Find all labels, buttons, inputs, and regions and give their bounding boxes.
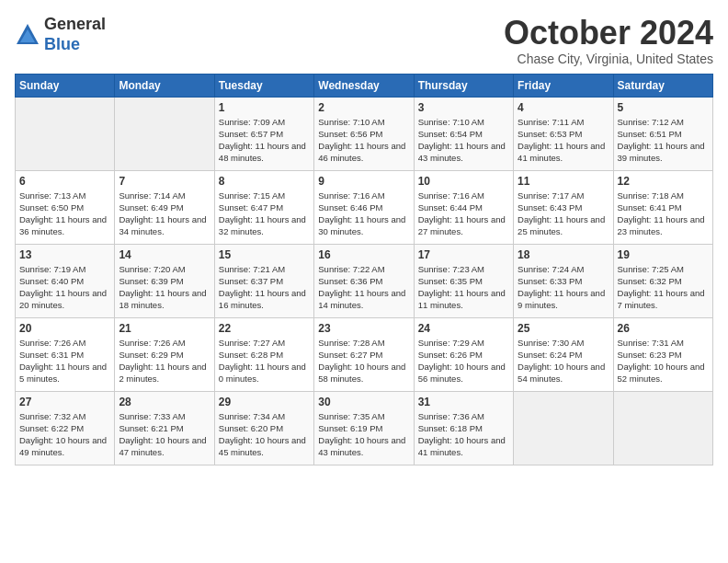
calendar-cell: 19Sunrise: 7:25 AM Sunset: 6:32 PM Dayli… (613, 244, 712, 317)
calendar-table: SundayMondayTuesdayWednesdayThursdayFrid… (15, 74, 713, 465)
calendar-week-row: 13Sunrise: 7:19 AM Sunset: 6:40 PM Dayli… (16, 244, 713, 317)
day-info: Sunrise: 7:18 AM Sunset: 6:41 PM Dayligh… (618, 190, 709, 238)
day-info: Sunrise: 7:26 AM Sunset: 6:29 PM Dayligh… (119, 337, 210, 385)
calendar-cell: 23Sunrise: 7:28 AM Sunset: 6:27 PM Dayli… (314, 317, 414, 391)
calendar-cell: 20Sunrise: 7:26 AM Sunset: 6:31 PM Dayli… (16, 317, 115, 391)
calendar-cell (613, 391, 712, 465)
day-info: Sunrise: 7:13 AM Sunset: 6:50 PM Dayligh… (19, 190, 110, 238)
day-number: 16 (318, 248, 409, 261)
day-info: Sunrise: 7:36 AM Sunset: 6:18 PM Dayligh… (418, 410, 509, 459)
day-number: 22 (219, 322, 310, 335)
day-info: Sunrise: 7:21 AM Sunset: 6:37 PM Dayligh… (219, 263, 310, 312)
day-info: Sunrise: 7:14 AM Sunset: 6:49 PM Dayligh… (119, 190, 210, 238)
day-number: 27 (19, 396, 110, 408)
day-info: Sunrise: 7:23 AM Sunset: 6:35 PM Dayligh… (418, 263, 509, 312)
day-number: 4 (518, 101, 609, 114)
weekday-header: Thursday (414, 74, 513, 97)
logo: General Blue (15, 15, 106, 54)
calendar-cell: 25Sunrise: 7:30 AM Sunset: 6:24 PM Dayli… (514, 317, 613, 391)
day-info: Sunrise: 7:10 AM Sunset: 6:54 PM Dayligh… (418, 116, 509, 165)
day-number: 10 (418, 175, 509, 188)
calendar-cell: 3Sunrise: 7:10 AM Sunset: 6:54 PM Daylig… (414, 97, 513, 170)
calendar-week-row: 1Sunrise: 7:09 AM Sunset: 6:57 PM Daylig… (16, 97, 713, 170)
day-info: Sunrise: 7:19 AM Sunset: 6:40 PM Dayligh… (19, 263, 110, 312)
day-info: Sunrise: 7:11 AM Sunset: 6:53 PM Dayligh… (518, 116, 609, 165)
logo-general: General (44, 15, 106, 35)
weekday-header-row: SundayMondayTuesdayWednesdayThursdayFrid… (16, 74, 713, 97)
title-block: October 2024 Chase City, Virginia, Unite… (504, 15, 713, 66)
day-info: Sunrise: 7:15 AM Sunset: 6:47 PM Dayligh… (219, 190, 310, 238)
day-number: 5 (618, 101, 709, 114)
day-number: 11 (518, 175, 609, 188)
day-number: 2 (318, 101, 409, 114)
page-header: General Blue October 2024 Chase City, Vi… (15, 15, 713, 66)
calendar-week-row: 27Sunrise: 7:32 AM Sunset: 6:22 PM Dayli… (16, 391, 713, 465)
day-number: 9 (318, 175, 409, 188)
day-info: Sunrise: 7:33 AM Sunset: 6:21 PM Dayligh… (119, 410, 210, 459)
day-number: 18 (518, 248, 609, 261)
day-number: 17 (418, 248, 509, 261)
calendar-cell: 16Sunrise: 7:22 AM Sunset: 6:36 PM Dayli… (314, 244, 414, 317)
calendar-cell: 6Sunrise: 7:13 AM Sunset: 6:50 PM Daylig… (16, 170, 115, 244)
calendar-cell: 26Sunrise: 7:31 AM Sunset: 6:23 PM Dayli… (613, 317, 712, 391)
day-info: Sunrise: 7:22 AM Sunset: 6:36 PM Dayligh… (318, 263, 409, 312)
day-number: 20 (19, 322, 110, 335)
calendar-cell (16, 97, 115, 170)
logo-blue: Blue (44, 35, 106, 55)
month-title: October 2024 (504, 15, 713, 52)
day-number: 12 (618, 175, 709, 188)
day-number: 24 (418, 322, 509, 335)
calendar-header: SundayMondayTuesdayWednesdayThursdayFrid… (16, 74, 713, 97)
weekday-header: Wednesday (314, 74, 414, 97)
day-info: Sunrise: 7:32 AM Sunset: 6:22 PM Dayligh… (19, 410, 110, 459)
day-info: Sunrise: 7:12 AM Sunset: 6:51 PM Dayligh… (618, 116, 709, 165)
logo-icon (15, 22, 40, 48)
day-number: 30 (318, 396, 409, 408)
day-number: 6 (19, 175, 110, 188)
day-info: Sunrise: 7:10 AM Sunset: 6:56 PM Dayligh… (318, 116, 409, 165)
day-info: Sunrise: 7:27 AM Sunset: 6:28 PM Dayligh… (219, 337, 310, 385)
day-number: 15 (219, 248, 310, 261)
calendar-cell: 14Sunrise: 7:20 AM Sunset: 6:39 PM Dayli… (115, 244, 214, 317)
calendar-cell: 30Sunrise: 7:35 AM Sunset: 6:19 PM Dayli… (314, 391, 414, 465)
calendar-cell: 10Sunrise: 7:16 AM Sunset: 6:44 PM Dayli… (414, 170, 513, 244)
day-info: Sunrise: 7:28 AM Sunset: 6:27 PM Dayligh… (318, 337, 409, 385)
calendar-cell: 24Sunrise: 7:29 AM Sunset: 6:26 PM Dayli… (414, 317, 513, 391)
calendar-cell: 2Sunrise: 7:10 AM Sunset: 6:56 PM Daylig… (314, 97, 414, 170)
day-number: 28 (119, 396, 210, 408)
calendar-cell: 15Sunrise: 7:21 AM Sunset: 6:37 PM Dayli… (214, 244, 313, 317)
calendar-cell: 9Sunrise: 7:16 AM Sunset: 6:46 PM Daylig… (314, 170, 414, 244)
weekday-header: Friday (514, 74, 613, 97)
calendar-body: 1Sunrise: 7:09 AM Sunset: 6:57 PM Daylig… (16, 97, 713, 465)
weekday-header: Saturday (613, 74, 712, 97)
day-info: Sunrise: 7:16 AM Sunset: 6:44 PM Dayligh… (418, 190, 509, 238)
calendar-cell: 27Sunrise: 7:32 AM Sunset: 6:22 PM Dayli… (16, 391, 115, 465)
day-number: 29 (219, 396, 310, 408)
day-info: Sunrise: 7:31 AM Sunset: 6:23 PM Dayligh… (618, 337, 709, 385)
day-number: 7 (119, 175, 210, 188)
day-info: Sunrise: 7:24 AM Sunset: 6:33 PM Dayligh… (518, 263, 609, 312)
calendar-cell: 4Sunrise: 7:11 AM Sunset: 6:53 PM Daylig… (514, 97, 613, 170)
calendar-cell: 29Sunrise: 7:34 AM Sunset: 6:20 PM Dayli… (214, 391, 313, 465)
day-number: 31 (418, 396, 509, 408)
day-info: Sunrise: 7:29 AM Sunset: 6:26 PM Dayligh… (418, 337, 509, 385)
day-info: Sunrise: 7:26 AM Sunset: 6:31 PM Dayligh… (19, 337, 110, 385)
calendar-cell: 13Sunrise: 7:19 AM Sunset: 6:40 PM Dayli… (16, 244, 115, 317)
day-number: 19 (618, 248, 709, 261)
calendar-cell: 21Sunrise: 7:26 AM Sunset: 6:29 PM Dayli… (115, 317, 214, 391)
calendar-cell (115, 97, 214, 170)
day-number: 25 (518, 322, 609, 335)
weekday-header: Tuesday (214, 74, 313, 97)
day-number: 23 (318, 322, 409, 335)
calendar-cell: 1Sunrise: 7:09 AM Sunset: 6:57 PM Daylig… (214, 97, 313, 170)
weekday-header: Sunday (16, 74, 115, 97)
day-number: 1 (219, 101, 310, 114)
calendar-cell: 22Sunrise: 7:27 AM Sunset: 6:28 PM Dayli… (214, 317, 313, 391)
day-info: Sunrise: 7:35 AM Sunset: 6:19 PM Dayligh… (318, 410, 409, 459)
day-number: 14 (119, 248, 210, 261)
day-number: 3 (418, 101, 509, 114)
calendar-cell: 31Sunrise: 7:36 AM Sunset: 6:18 PM Dayli… (414, 391, 513, 465)
calendar-week-row: 6Sunrise: 7:13 AM Sunset: 6:50 PM Daylig… (16, 170, 713, 244)
calendar-cell: 12Sunrise: 7:18 AM Sunset: 6:41 PM Dayli… (613, 170, 712, 244)
calendar-week-row: 20Sunrise: 7:26 AM Sunset: 6:31 PM Dayli… (16, 317, 713, 391)
